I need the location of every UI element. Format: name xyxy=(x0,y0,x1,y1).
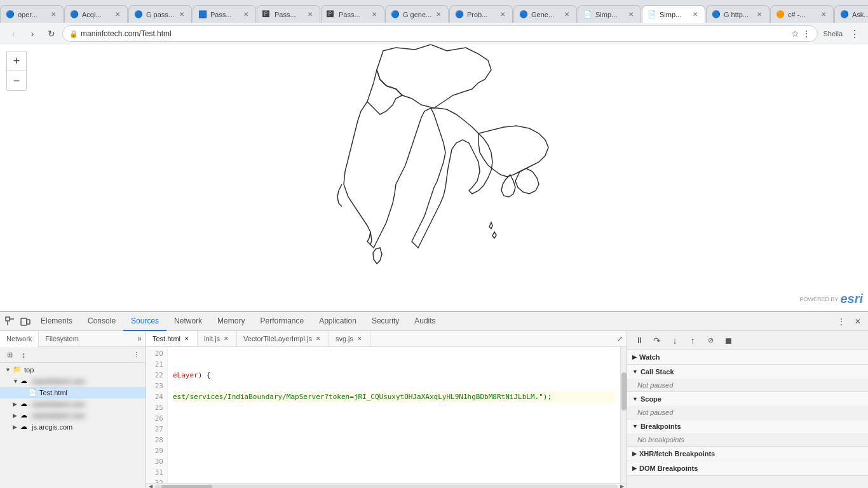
bookmark-icon[interactable]: ☆ xyxy=(791,29,799,39)
chrome-menu-button[interactable]: ⋮ xyxy=(846,25,863,42)
tab-close-5[interactable]: ✕ xyxy=(306,10,315,19)
left-tab-filesystem[interactable]: Filesystem xyxy=(39,331,85,347)
devtools-tab-audits[interactable]: Audits xyxy=(407,312,443,331)
more-options-button[interactable]: ⋮ xyxy=(129,348,143,362)
file-name-cloud3: maninfotech.com xyxy=(32,412,85,419)
zoom-out-button[interactable]: − xyxy=(7,71,26,90)
watch-section-header[interactable]: ▶ Watch xyxy=(627,350,868,364)
tab-4[interactable]: 🟦 Pass... ✕ xyxy=(193,5,256,23)
tab-close-8[interactable]: ✕ xyxy=(498,10,507,19)
editor-tab-initjs[interactable]: init.js ✕ xyxy=(198,331,237,347)
step-over-button[interactable]: ↷ xyxy=(650,334,664,348)
step-out-button[interactable]: ↑ xyxy=(686,334,700,348)
tab-close-13[interactable]: ✕ xyxy=(819,10,828,19)
editor-tab-vectortile-close[interactable]: ✕ xyxy=(315,335,322,342)
left-tab-more[interactable]: » xyxy=(133,334,146,343)
tab-8[interactable]: 🔵 Prob... ✕ xyxy=(449,5,513,23)
step-into-button[interactable]: ↓ xyxy=(668,334,682,348)
address-menu-icon[interactable]: ⋮ xyxy=(802,29,811,39)
file-tree-top[interactable]: ▼ 📁 top xyxy=(0,364,146,376)
new-folder-button[interactable]: ↕ xyxy=(17,348,31,362)
dom-section-header[interactable]: ▶ DOM Breakpoints xyxy=(627,461,868,475)
editor-tab-svgjs-close[interactable]: ✕ xyxy=(356,335,363,342)
editor-tab-initjs-close[interactable]: ✕ xyxy=(222,335,230,342)
tab-close-12[interactable]: ✕ xyxy=(755,10,764,19)
devtools-tab-memory[interactable]: Memory xyxy=(210,312,252,331)
editor-scrollbar-v[interactable] xyxy=(620,347,627,483)
scope-section-header[interactable]: ▼ Scope xyxy=(627,392,868,406)
tab-close-10[interactable]: ✕ xyxy=(627,10,635,19)
tab-close-9[interactable]: ✕ xyxy=(562,10,571,19)
tab-13[interactable]: 🟠 c# -... ✕ xyxy=(770,5,834,23)
devtools-tab-network[interactable]: Network xyxy=(166,312,210,331)
tab-11[interactable]: 📄 Simp... ✕ xyxy=(642,5,705,23)
editor-tab-vectortile[interactable]: VectorTileLayerImpl.js ✕ xyxy=(237,331,329,347)
tab-close-11[interactable]: ✕ xyxy=(691,10,700,19)
devtools-close-button[interactable]: ✕ xyxy=(850,314,865,329)
tab-close-2[interactable]: ✕ xyxy=(113,10,122,19)
tab-title-8: Prob... xyxy=(467,11,498,18)
breakpoints-section-header[interactable]: ▼ Breakpoints xyxy=(627,419,868,433)
editor-tab-testhtml[interactable]: Test.html ✕ xyxy=(146,331,198,347)
scroll-right-arrow[interactable]: ▶ xyxy=(619,484,625,489)
sheila-profile: Sheila xyxy=(823,30,844,37)
file-tree-cloud2[interactable]: ▶ ☁ maninfotech.com xyxy=(0,398,146,410)
file-tree-cloud3[interactable]: ▶ ☁ maninfotech.com xyxy=(0,410,146,421)
tab-close-7[interactable]: ✕ xyxy=(434,10,443,19)
device-toggle-button[interactable] xyxy=(18,314,33,329)
deactivate-button[interactable]: ⊘ xyxy=(703,334,717,348)
tab-3[interactable]: 🔵 G pass... ✕ xyxy=(128,5,192,23)
editor-maximize-button[interactable]: ⤢ xyxy=(613,332,627,346)
tab-title-9: Gene... xyxy=(531,11,562,18)
stop-button[interactable]: ⏹ xyxy=(721,334,735,348)
left-tab-network[interactable]: Network xyxy=(0,331,39,347)
devtools-tab-performance[interactable]: Performance xyxy=(252,312,311,331)
file-tree-arcgis[interactable]: ▶ ☁ js.arcgis.com xyxy=(0,421,146,433)
forward-button[interactable]: › xyxy=(24,25,41,42)
pause-button[interactable]: ⏸ xyxy=(632,334,646,348)
refresh-button[interactable]: ↻ xyxy=(43,25,60,42)
editor-tab-testhtml-close[interactable]: ✕ xyxy=(183,335,191,342)
devtools-tab-console[interactable]: Console xyxy=(80,312,123,331)
editor-scrollbar-thumb[interactable] xyxy=(621,372,627,410)
inspect-element-button[interactable] xyxy=(3,314,18,329)
devtools-tab-sources[interactable]: Sources xyxy=(123,312,166,331)
address-bar[interactable]: 🔒 maninfotech.com/Test.html ☆ ⋮ xyxy=(62,25,818,42)
scroll-left-arrow[interactable]: ◀ xyxy=(147,484,154,489)
code-line-26 xyxy=(173,413,615,424)
devtools-tab-application[interactable]: Application xyxy=(311,312,364,331)
tab-9[interactable]: 🔵 Gene... ✕ xyxy=(513,5,577,23)
scroll-track[interactable] xyxy=(155,485,618,489)
file-tree-testhtml[interactable]: 📄 Test.html xyxy=(0,387,146,398)
scroll-thumb[interactable] xyxy=(161,485,212,489)
tab-10[interactable]: 📄 Simp... ✕ xyxy=(578,5,641,23)
devtools-tab-security[interactable]: Security xyxy=(364,312,407,331)
tab-close-1[interactable]: ✕ xyxy=(49,10,58,19)
back-button[interactable]: ‹ xyxy=(5,25,22,42)
tab-close-4[interactable]: ✕ xyxy=(241,10,250,19)
tab-2[interactable]: 🔵 Acqi... ✕ xyxy=(64,5,128,23)
xhr-section-header[interactable]: ▶ XHR/fetch Breakpoints xyxy=(627,447,868,461)
code-line-23 xyxy=(173,381,615,391)
tab-close-6[interactable]: ✕ xyxy=(370,10,379,19)
tab-5[interactable]: 🅿 Pass... ✕ xyxy=(257,5,320,23)
editor-code[interactable]: eLayer) { est/services/IndiaBoundary/Map… xyxy=(168,347,620,483)
tab-title-3: G pass... xyxy=(146,11,177,18)
collapse-all-button[interactable]: ⊞ xyxy=(3,348,17,362)
file-tree-cloud1[interactable]: ▼ ☁ maninfotech.com xyxy=(0,376,146,387)
callstack-section-header[interactable]: ▼ Call Stack xyxy=(627,365,868,379)
devtools-settings-button[interactable]: ⋮ xyxy=(834,314,849,329)
arrow-icon-5: ▶ xyxy=(13,412,20,419)
editor-scrollbar-h[interactable]: ◀ ▶ xyxy=(146,483,627,488)
zoom-in-button[interactable]: + xyxy=(7,51,26,71)
cloud-icon-4: ☁ xyxy=(20,423,29,431)
tab-12[interactable]: 🔵 G http... ✕ xyxy=(706,5,770,23)
tab-7[interactable]: 🔵 G gene... ✕ xyxy=(385,5,449,23)
tab-14[interactable]: 🔵 Ask... ✕ xyxy=(834,5,868,23)
devtools-tab-elements[interactable]: Elements xyxy=(33,312,80,331)
editor-tab-svgjs[interactable]: svg.js ✕ xyxy=(329,331,370,347)
tab-1[interactable]: 🔵 oper... ✕ xyxy=(0,5,64,23)
tab-close-3[interactable]: ✕ xyxy=(177,10,186,19)
tab-6[interactable]: 🅿 Pass... ✕ xyxy=(321,5,384,23)
breakpoints-status: No breakpoints xyxy=(637,436,684,444)
